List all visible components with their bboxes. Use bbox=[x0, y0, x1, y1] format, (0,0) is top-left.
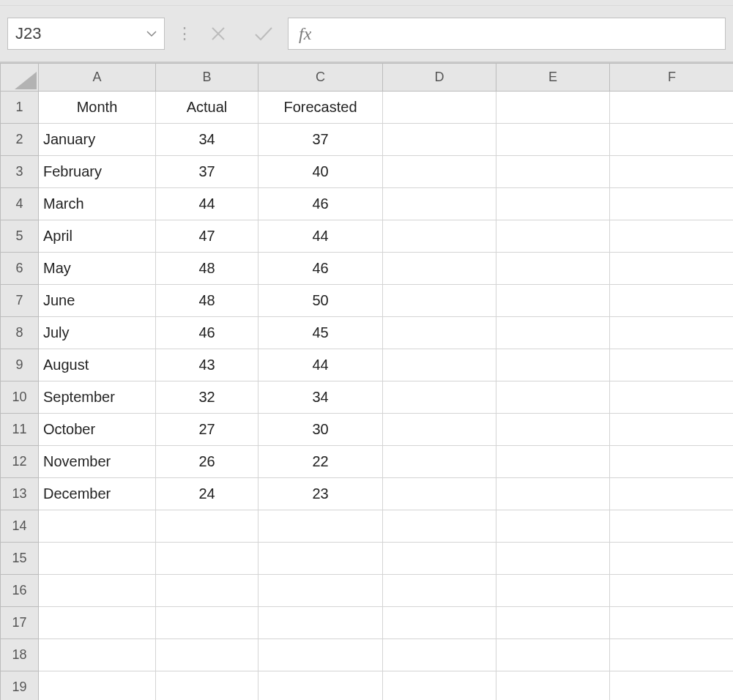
cell-D13[interactable] bbox=[383, 478, 496, 510]
cell-C1[interactable]: Forecasted bbox=[258, 92, 383, 124]
cell-A15[interactable] bbox=[39, 543, 156, 575]
row-header[interactable]: 9 bbox=[1, 349, 39, 381]
cell-A19[interactable] bbox=[39, 671, 156, 701]
cell-E14[interactable] bbox=[496, 510, 610, 543]
cell-F10[interactable] bbox=[610, 381, 734, 414]
cell-E9[interactable] bbox=[496, 349, 610, 381]
cell-D12[interactable] bbox=[383, 446, 496, 478]
cell-C2[interactable]: 37 bbox=[258, 124, 383, 156]
cell-B9[interactable]: 43 bbox=[156, 349, 258, 381]
cell-B14[interactable] bbox=[156, 510, 258, 543]
cell-D5[interactable] bbox=[383, 220, 496, 253]
cell-A6[interactable]: May bbox=[39, 253, 156, 285]
cell-E19[interactable] bbox=[496, 671, 610, 701]
cell-A5[interactable]: April bbox=[39, 220, 156, 253]
formula-input[interactable] bbox=[311, 18, 725, 49]
cell-D10[interactable] bbox=[383, 381, 496, 414]
row-header[interactable]: 5 bbox=[1, 220, 39, 253]
cell-F11[interactable] bbox=[610, 414, 734, 446]
cell-D3[interactable] bbox=[383, 156, 496, 188]
cell-F4[interactable] bbox=[610, 188, 734, 220]
cell-F14[interactable] bbox=[610, 510, 734, 543]
fx-icon[interactable]: fx bbox=[299, 24, 311, 44]
cell-E3[interactable] bbox=[496, 156, 610, 188]
cell-F1[interactable] bbox=[610, 92, 734, 124]
cell-E6[interactable] bbox=[496, 253, 610, 285]
name-box[interactable] bbox=[7, 18, 165, 50]
col-header-D[interactable]: D bbox=[383, 64, 496, 92]
row-header[interactable]: 19 bbox=[1, 671, 39, 701]
cell-B1[interactable]: Actual bbox=[156, 92, 258, 124]
cell-C7[interactable]: 50 bbox=[258, 285, 383, 317]
cell-C9[interactable]: 44 bbox=[258, 349, 383, 381]
row-header[interactable]: 17 bbox=[1, 607, 39, 639]
cell-E12[interactable] bbox=[496, 446, 610, 478]
cell-E13[interactable] bbox=[496, 478, 610, 510]
cell-B6[interactable]: 48 bbox=[156, 253, 258, 285]
cell-C11[interactable]: 30 bbox=[258, 414, 383, 446]
cell-E2[interactable] bbox=[496, 124, 610, 156]
cell-E5[interactable] bbox=[496, 220, 610, 253]
cell-D1[interactable] bbox=[383, 92, 496, 124]
row-header[interactable]: 16 bbox=[1, 575, 39, 607]
cell-D18[interactable] bbox=[383, 639, 496, 671]
cell-E11[interactable] bbox=[496, 414, 610, 446]
cell-A18[interactable] bbox=[39, 639, 156, 671]
cell-B16[interactable] bbox=[156, 575, 258, 607]
cell-E1[interactable] bbox=[496, 92, 610, 124]
row-header[interactable]: 3 bbox=[1, 156, 39, 188]
cell-B3[interactable]: 37 bbox=[156, 156, 258, 188]
cell-B2[interactable]: 34 bbox=[156, 124, 258, 156]
cell-A7[interactable]: June bbox=[39, 285, 156, 317]
cell-A2[interactable]: January bbox=[39, 124, 156, 156]
cell-B13[interactable]: 24 bbox=[156, 478, 258, 510]
cell-F5[interactable] bbox=[610, 220, 734, 253]
cell-E7[interactable] bbox=[496, 285, 610, 317]
cell-A11[interactable]: October bbox=[39, 414, 156, 446]
cell-A4[interactable]: March bbox=[39, 188, 156, 220]
cell-D7[interactable] bbox=[383, 285, 496, 317]
row-header[interactable]: 1 bbox=[1, 92, 39, 124]
cell-C12[interactable]: 22 bbox=[258, 446, 383, 478]
cell-A13[interactable]: December bbox=[39, 478, 156, 510]
cell-F18[interactable] bbox=[610, 639, 734, 671]
cell-B8[interactable]: 46 bbox=[156, 317, 258, 349]
cell-D11[interactable] bbox=[383, 414, 496, 446]
cell-C14[interactable] bbox=[258, 510, 383, 543]
cell-D9[interactable] bbox=[383, 349, 496, 381]
cell-D16[interactable] bbox=[383, 575, 496, 607]
cell-E15[interactable] bbox=[496, 543, 610, 575]
cell-F8[interactable] bbox=[610, 317, 734, 349]
cell-B15[interactable] bbox=[156, 543, 258, 575]
cancel-icon[interactable] bbox=[209, 24, 228, 43]
cell-A1[interactable]: Month bbox=[39, 92, 156, 124]
cell-A9[interactable]: August bbox=[39, 349, 156, 381]
cell-F15[interactable] bbox=[610, 543, 734, 575]
cell-F9[interactable] bbox=[610, 349, 734, 381]
cell-D17[interactable] bbox=[383, 607, 496, 639]
cell-C4[interactable]: 46 bbox=[258, 188, 383, 220]
cell-E10[interactable] bbox=[496, 381, 610, 414]
cell-grid[interactable]: A B C D E F 1 Month Actual Forecasted 2 … bbox=[0, 63, 733, 700]
cell-F19[interactable] bbox=[610, 671, 734, 701]
worksheet[interactable]: A B C D E F 1 Month Actual Forecasted 2 … bbox=[0, 63, 733, 700]
row-header[interactable]: 4 bbox=[1, 188, 39, 220]
row-header[interactable]: 6 bbox=[1, 253, 39, 285]
cell-F13[interactable] bbox=[610, 478, 734, 510]
cell-D19[interactable] bbox=[383, 671, 496, 701]
col-header-B[interactable]: B bbox=[156, 64, 258, 92]
cell-C13[interactable]: 23 bbox=[258, 478, 383, 510]
cell-F17[interactable] bbox=[610, 607, 734, 639]
chevron-down-icon[interactable] bbox=[146, 29, 157, 39]
cell-C16[interactable] bbox=[258, 575, 383, 607]
cell-C5[interactable]: 44 bbox=[258, 220, 383, 253]
cell-D2[interactable] bbox=[383, 124, 496, 156]
cell-A3[interactable]: February bbox=[39, 156, 156, 188]
cell-E17[interactable] bbox=[496, 607, 610, 639]
row-header[interactable]: 10 bbox=[1, 381, 39, 414]
cell-B7[interactable]: 48 bbox=[156, 285, 258, 317]
cell-C17[interactable] bbox=[258, 607, 383, 639]
col-header-F[interactable]: F bbox=[610, 64, 734, 92]
row-header[interactable]: 14 bbox=[1, 510, 39, 543]
cell-C19[interactable] bbox=[258, 671, 383, 701]
